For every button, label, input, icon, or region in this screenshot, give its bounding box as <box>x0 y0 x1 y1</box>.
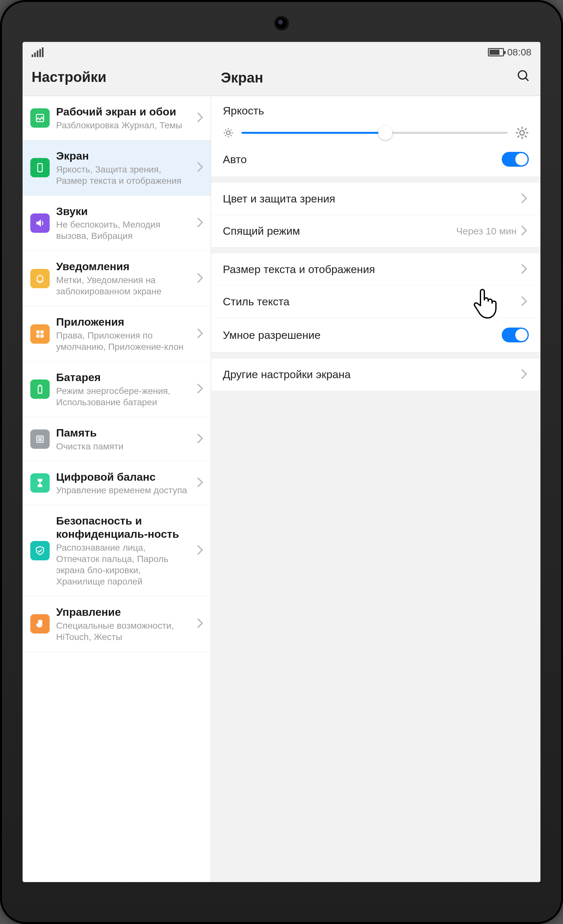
chevron-right-icon <box>197 477 205 489</box>
svg-line-22 <box>231 130 231 130</box>
sidebar-item-home-wallpaper[interactable]: Рабочий экран и обои Разблокировка Журна… <box>23 96 210 140</box>
tablet-bezel: 08:08 Настройки Экран <box>0 0 563 924</box>
sidebar-item-sub: Не беспокоить, Мелодия вызова, Вибрация <box>56 219 191 242</box>
bell-icon <box>30 269 50 288</box>
sidebar-item-label: Память <box>56 426 191 440</box>
svg-line-20 <box>231 135 231 136</box>
svg-line-28 <box>518 128 519 130</box>
brightness-label: Яркость <box>223 105 529 117</box>
svg-line-29 <box>525 136 527 137</box>
sidebar-item-notifications[interactable]: Уведомления Метки, Уведомления на заблок… <box>23 251 210 306</box>
hourglass-icon <box>30 473 50 493</box>
row-other-display[interactable]: Другие настройки экрана <box>211 358 540 390</box>
row-color-eye[interactable]: Цвет и защита зрения <box>211 183 540 215</box>
sidebar-item-label: Безопасность и конфиденциаль-ность <box>56 514 191 541</box>
row-label: Другие настройки экрана <box>223 368 350 381</box>
auto-brightness-toggle[interactable] <box>502 152 529 166</box>
sidebar-item-sub: Метки, Уведомления на заблокированном эк… <box>56 274 191 297</box>
row-auto-brightness[interactable]: Авто <box>211 142 540 176</box>
chevron-right-icon <box>197 545 205 556</box>
sidebar-item-apps[interactable]: Приложения Права, Приложения по умолчани… <box>23 306 210 362</box>
shield-icon <box>30 541 50 560</box>
row-value: Через 10 мин <box>456 226 516 237</box>
row-label: Размер текста и отображения <box>223 263 375 276</box>
chevron-right-icon <box>521 193 529 205</box>
headers: Настройки Экран <box>23 63 540 96</box>
svg-rect-3 <box>38 164 42 172</box>
svg-rect-7 <box>40 334 44 338</box>
chevron-right-icon <box>197 383 205 395</box>
chevron-right-icon <box>197 217 205 229</box>
sidebar-item-sub: Специальные возможности, HiTouch, Жесты <box>56 620 191 642</box>
chevron-right-icon <box>197 618 205 630</box>
sidebar-item-label: Уведомления <box>56 260 191 273</box>
sidebar-item-sounds[interactable]: Звуки Не беспокоить, Мелодия вызова, Виб… <box>23 196 210 251</box>
sidebar-item-label: Звуки <box>56 205 191 218</box>
chevron-right-icon <box>521 369 529 380</box>
sidebar-title: Настройки <box>23 63 211 95</box>
svg-rect-4 <box>36 330 40 333</box>
display-icon <box>30 158 50 177</box>
sidebar-item-accessibility[interactable]: Управление Специальные возможности, HiTo… <box>23 597 210 652</box>
sidebar[interactable]: Рабочий экран и обои Разблокировка Журна… <box>23 96 211 882</box>
sidebar-item-sub: Разблокировка Журнал, Темы <box>56 120 191 131</box>
chevron-right-icon <box>197 328 205 340</box>
svg-line-21 <box>225 135 226 136</box>
search-icon[interactable] <box>516 69 531 86</box>
hand-icon <box>30 614 50 633</box>
row-label: Авто <box>223 153 247 166</box>
battery-icon <box>30 380 50 399</box>
svg-point-14 <box>226 131 230 135</box>
svg-point-23 <box>520 130 524 135</box>
chevron-right-icon <box>197 112 205 124</box>
sidebar-item-storage[interactable]: Память Очистка памяти <box>23 417 210 461</box>
storage-icon <box>30 429 50 449</box>
row-text-style[interactable]: Стиль текста <box>211 285 540 318</box>
sidebar-item-sub: Режим энергосбере-жения, Использование б… <box>56 385 191 408</box>
sidebar-item-sub: Управление временем доступа <box>56 484 191 496</box>
sidebar-item-label: Приложения <box>56 315 191 328</box>
chevron-right-icon <box>521 296 529 308</box>
slider-thumb[interactable] <box>378 126 392 140</box>
sidebar-item-sub: Права, Приложения по умолчанию, Приложен… <box>56 330 191 352</box>
chevron-right-icon <box>197 433 205 445</box>
sidebar-item-label: Управление <box>56 606 191 619</box>
row-smart-resolution[interactable]: Умное разрешение <box>211 318 540 352</box>
svg-rect-5 <box>40 330 44 333</box>
row-sleep[interactable]: Спящий режим Через 10 мин <box>211 215 540 247</box>
apps-icon <box>30 324 50 344</box>
sidebar-item-battery[interactable]: Батарея Режим энергосбере-жения, Использ… <box>23 362 210 417</box>
row-text-display-size[interactable]: Размер текста и отображения <box>211 254 540 285</box>
sidebar-item-display[interactable]: Экран Яркость, Защита зрения, Размер тек… <box>23 140 210 196</box>
sidebar-item-label: Экран <box>56 149 191 162</box>
sidebar-item-sub: Распознавание лица, Отпечаток пальца, Па… <box>56 542 191 587</box>
svg-rect-8 <box>38 386 42 393</box>
brightness-low-icon <box>223 128 234 138</box>
sidebar-item-sub: Яркость, Защита зрения, Размер текста и … <box>56 164 191 186</box>
sidebar-item-label: Рабочий экран и обои <box>56 105 191 118</box>
brightness-slider[interactable] <box>242 132 507 134</box>
smart-resolution-toggle[interactable] <box>502 327 529 342</box>
page-title: Экран <box>221 70 263 86</box>
sidebar-item-sub: Очистка памяти <box>56 441 191 452</box>
screen: 08:08 Настройки Экран <box>23 42 540 882</box>
chevron-right-icon <box>197 162 205 174</box>
svg-line-1 <box>525 78 528 81</box>
main-pane: Яркость <box>211 96 540 882</box>
signal-icon <box>32 47 44 57</box>
svg-line-19 <box>225 130 226 130</box>
row-label: Цвет и защита зрения <box>223 192 335 205</box>
chevron-right-icon <box>197 273 205 284</box>
chevron-right-icon <box>521 225 529 237</box>
row-label: Спящий режим <box>223 225 300 237</box>
sidebar-item-digital-balance[interactable]: Цифровой баланс Управление временем дост… <box>23 461 210 506</box>
clock: 08:08 <box>507 47 531 58</box>
status-bar: 08:08 <box>23 42 540 63</box>
svg-point-0 <box>518 71 527 79</box>
row-label: Умное разрешение <box>223 329 321 341</box>
sidebar-item-label: Батарея <box>56 371 191 384</box>
brightness-high-icon <box>515 126 529 140</box>
row-label: Стиль текста <box>223 296 290 308</box>
battery-icon <box>488 48 504 56</box>
sidebar-item-security[interactable]: Безопасность и конфиденциаль-ность Распо… <box>23 505 210 597</box>
